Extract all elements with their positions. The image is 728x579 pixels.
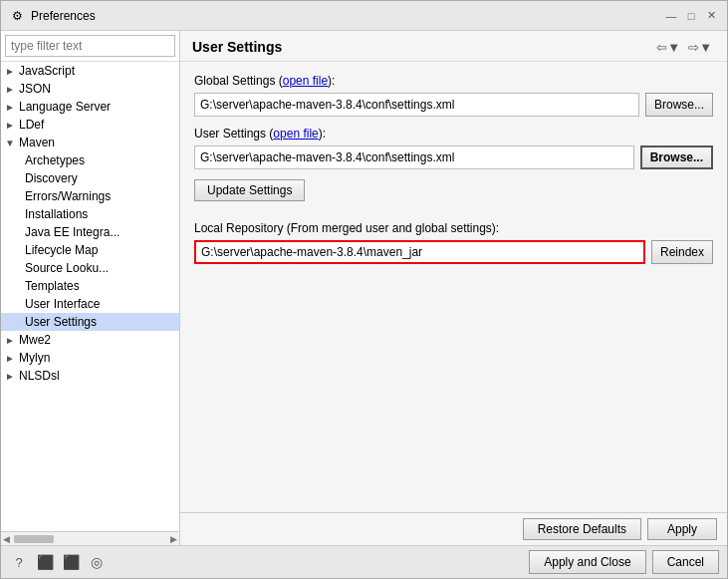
tree-item-label: Mwe2	[19, 333, 51, 347]
reindex-button[interactable]: Reindex	[651, 240, 713, 264]
update-settings-button[interactable]: Update Settings	[194, 179, 305, 201]
expand-icon: ►	[5, 102, 19, 113]
tree-item-label: Discovery	[25, 171, 78, 185]
tree-item-label: Java EE Integra...	[25, 225, 120, 239]
right-panel: User Settings ⇦▼ ⇨▼ Global Settings (ope…	[180, 31, 727, 545]
tree-area: ► JavaScript ► JSON ► Language Server ► …	[1, 62, 179, 531]
tree-item-label: NLSDsl	[19, 369, 60, 383]
global-settings-row: Browse...	[194, 93, 713, 117]
user-settings-input[interactable]	[194, 145, 634, 169]
cancel-button[interactable]: Cancel	[652, 550, 719, 574]
tree-item-json[interactable]: ► JSON	[1, 80, 179, 98]
tree-item-installations[interactable]: Installations	[1, 205, 179, 223]
expand-icon: ►	[5, 335, 19, 346]
tree-item-label: LDef	[19, 118, 44, 132]
tree-item-label: Language Server	[19, 100, 111, 114]
local-repository-section: Local Repository (From merged user and g…	[194, 221, 713, 264]
nav-arrows: ⇦▼ ⇨▼	[653, 40, 715, 55]
help-icon[interactable]: ?	[9, 552, 29, 572]
scroll-thumb[interactable]	[14, 535, 54, 543]
tree-item-label: Errors/Warnings	[25, 189, 111, 203]
expand-icon: ►	[5, 353, 19, 364]
tree-item-label: Installations	[25, 207, 88, 221]
restore-apply-row: Restore Defaults Apply	[180, 512, 727, 545]
left-panel: ► JavaScript ► JSON ► Language Server ► …	[1, 31, 180, 545]
apply-and-close-button[interactable]: Apply and Close	[529, 550, 645, 574]
close-button[interactable]: ✕	[703, 8, 719, 24]
tree-item-nlsdsl[interactable]: ► NLSDsl	[1, 367, 179, 385]
user-settings-row: Browse...	[194, 145, 713, 169]
expand-icon: ►	[5, 84, 19, 95]
footer-icons: ? ⬛ ⬛ ◎	[9, 552, 107, 572]
tree-item-label: Mylyn	[19, 351, 50, 365]
tree-item-lifecycle-map[interactable]: Lifecycle Map	[1, 241, 179, 259]
tree-item-mwe2[interactable]: ► Mwe2	[1, 331, 179, 349]
tree-item-source-lookup[interactable]: Source Looku...	[1, 259, 179, 277]
tree-item-label: User Settings	[25, 315, 97, 329]
tree-item-discovery[interactable]: Discovery	[1, 169, 179, 187]
tree-item-label: Maven	[19, 136, 55, 149]
global-settings-input[interactable]	[194, 93, 639, 117]
expand-icon: ►	[5, 120, 19, 131]
user-open-file-link[interactable]: open file	[273, 127, 318, 141]
local-repo-input[interactable]	[194, 240, 645, 264]
tree-item-java-ee[interactable]: Java EE Integra...	[1, 223, 179, 241]
expand-icon: ►	[5, 66, 19, 77]
footer-buttons: Apply and Close Cancel	[529, 550, 719, 574]
tree-item-user-settings[interactable]: User Settings	[1, 313, 179, 331]
tree-item-javascript[interactable]: ► JavaScript	[1, 62, 179, 80]
tree-item-ldef[interactable]: ► LDef	[1, 116, 179, 134]
tree-item-label: JavaScript	[19, 64, 75, 78]
tree-item-label: Lifecycle Map	[25, 243, 98, 257]
local-repo-row: Reindex	[194, 240, 713, 264]
import-icon[interactable]: ⬛	[61, 552, 81, 572]
tree-item-templates[interactable]: Templates	[1, 277, 179, 295]
local-repo-label: Local Repository (From merged user and g…	[194, 221, 713, 235]
right-header: User Settings ⇦▼ ⇨▼	[180, 31, 727, 62]
forward-arrow-button[interactable]: ⇨▼	[685, 40, 715, 55]
global-browse-button[interactable]: Browse...	[645, 93, 713, 117]
footer: ? ⬛ ⬛ ◎ Apply and Close Cancel	[1, 545, 727, 578]
window-icon: ⚙	[9, 8, 25, 24]
maximize-button[interactable]: □	[683, 8, 699, 24]
tree-item-label: Archetypes	[25, 153, 85, 167]
minimize-button[interactable]: —	[663, 8, 679, 24]
tree-item-mylyn[interactable]: ► Mylyn	[1, 349, 179, 367]
content-area: ► JavaScript ► JSON ► Language Server ► …	[1, 31, 727, 545]
global-open-file-link[interactable]: open file	[283, 74, 328, 88]
tree-item-archetypes[interactable]: Archetypes	[1, 151, 179, 169]
tree-item-user-interface[interactable]: User Interface	[1, 295, 179, 313]
title-bar-controls: — □ ✕	[663, 8, 719, 24]
apply-button[interactable]: Apply	[647, 518, 717, 540]
horizontal-scrollbar[interactable]: ◀ ▶	[1, 531, 179, 545]
tree-item-label: User Interface	[25, 297, 100, 311]
title-bar: ⚙ Preferences — □ ✕	[1, 1, 727, 31]
right-content: Global Settings (open file): Browse... U…	[180, 62, 727, 512]
search-box	[1, 31, 179, 62]
scroll-right-icon: ▶	[170, 534, 177, 544]
back-arrow-button[interactable]: ⇦▼	[653, 40, 683, 55]
tree-item-language-server[interactable]: ► Language Server	[1, 98, 179, 116]
panel-title: User Settings	[192, 39, 282, 55]
collapse-icon: ▼	[5, 138, 19, 148]
export-icon[interactable]: ⬛	[35, 552, 55, 572]
expand-icon: ►	[5, 371, 19, 382]
window-title: Preferences	[31, 9, 663, 23]
restore-defaults-button[interactable]: Restore Defaults	[523, 518, 641, 540]
preferences-window: ⚙ Preferences — □ ✕ ► JavaScript ►	[0, 0, 728, 579]
user-settings-label: User Settings (open file):	[194, 127, 713, 141]
user-browse-button[interactable]: Browse...	[640, 145, 713, 169]
scroll-left-icon: ◀	[3, 534, 10, 544]
tree-item-label: Source Looku...	[25, 261, 109, 275]
tree-item-label: Templates	[25, 279, 80, 293]
settings-icon[interactable]: ◎	[87, 552, 107, 572]
tree-item-maven[interactable]: ▼ Maven	[1, 134, 179, 151]
tree-item-label: JSON	[19, 82, 51, 96]
tree-item-errors-warnings[interactable]: Errors/Warnings	[1, 187, 179, 205]
global-settings-label: Global Settings (open file):	[194, 74, 713, 88]
search-input[interactable]	[5, 35, 175, 57]
